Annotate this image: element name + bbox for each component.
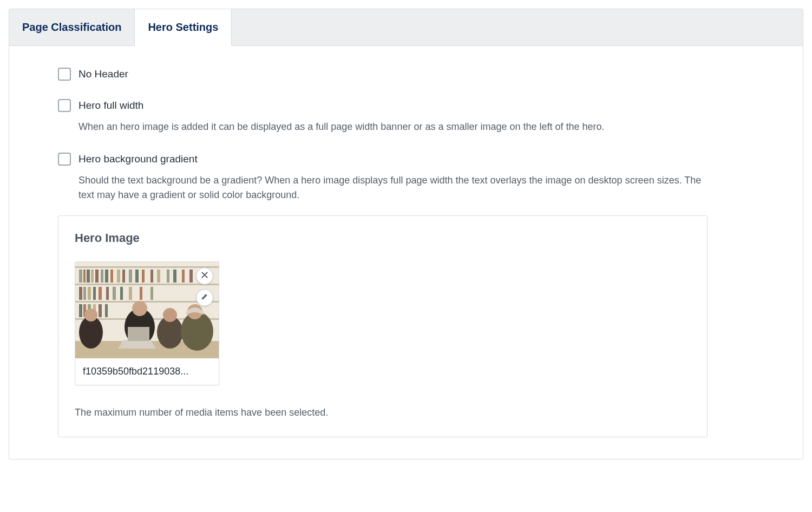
svg-rect-28 bbox=[99, 287, 102, 300]
svg-rect-11 bbox=[105, 270, 108, 283]
svg-rect-29 bbox=[106, 287, 109, 300]
svg-rect-16 bbox=[135, 270, 139, 283]
svg-rect-6 bbox=[83, 270, 86, 283]
svg-rect-24 bbox=[79, 287, 82, 300]
hero-full-width-checkbox[interactable] bbox=[58, 99, 71, 112]
hero-bg-gradient-help: Should the text background be a gradient… bbox=[78, 173, 717, 202]
no-header-label: No Header bbox=[78, 68, 128, 80]
hero-image-filename: f10359b50fbd2119038... bbox=[75, 358, 219, 385]
close-icon bbox=[200, 271, 209, 281]
tab-page-classification[interactable]: Page Classification bbox=[9, 9, 135, 45]
field-no-header: No Header bbox=[58, 68, 784, 81]
svg-rect-15 bbox=[129, 270, 132, 283]
svg-rect-34 bbox=[150, 287, 153, 300]
pencil-icon bbox=[200, 292, 209, 303]
hero-full-width-label: Hero full width bbox=[78, 100, 143, 111]
svg-rect-21 bbox=[173, 270, 176, 283]
svg-rect-19 bbox=[157, 270, 160, 283]
svg-rect-10 bbox=[101, 270, 103, 283]
hero-image-title: Hero Image bbox=[75, 231, 691, 245]
settings-panel: Page Classification Hero Settings No Hea… bbox=[9, 9, 803, 460]
svg-rect-33 bbox=[140, 287, 142, 300]
svg-rect-30 bbox=[113, 287, 116, 300]
svg-rect-5 bbox=[79, 270, 82, 283]
svg-rect-32 bbox=[129, 287, 132, 300]
svg-rect-8 bbox=[91, 270, 94, 283]
svg-rect-40 bbox=[105, 304, 108, 317]
svg-rect-39 bbox=[99, 304, 102, 317]
svg-rect-7 bbox=[87, 270, 90, 283]
svg-rect-31 bbox=[120, 287, 123, 300]
hero-bg-gradient-checkbox[interactable] bbox=[58, 153, 71, 166]
hero-full-width-help: When an hero image is added it can be di… bbox=[78, 120, 717, 134]
hero-image-section: Hero Image bbox=[58, 215, 708, 437]
no-header-checkbox[interactable] bbox=[58, 68, 71, 81]
remove-image-button[interactable] bbox=[196, 267, 213, 285]
svg-rect-26 bbox=[88, 287, 91, 300]
edit-image-button[interactable] bbox=[196, 289, 213, 306]
svg-rect-17 bbox=[142, 270, 145, 283]
hero-image-item[interactable]: f10359b50fbd2119038... bbox=[75, 261, 219, 385]
field-hero-full-width: Hero full width When an hero image is ad… bbox=[58, 99, 784, 134]
svg-point-47 bbox=[163, 308, 177, 322]
svg-rect-9 bbox=[95, 270, 99, 283]
tab-content: No Header Hero full width When an hero i… bbox=[9, 46, 803, 459]
svg-rect-25 bbox=[83, 287, 86, 300]
tab-bar: Page Classification Hero Settings bbox=[9, 9, 803, 46]
svg-rect-23 bbox=[189, 270, 193, 283]
svg-rect-50 bbox=[128, 327, 149, 341]
hero-bg-gradient-label: Hero background gradient bbox=[78, 153, 198, 165]
svg-rect-12 bbox=[110, 270, 113, 283]
svg-rect-18 bbox=[150, 270, 153, 283]
svg-rect-13 bbox=[117, 270, 120, 283]
svg-rect-22 bbox=[182, 270, 185, 283]
svg-rect-20 bbox=[167, 270, 169, 283]
tab-hero-settings[interactable]: Hero Settings bbox=[135, 9, 232, 46]
svg-point-45 bbox=[132, 301, 147, 316]
field-hero-bg-gradient: Hero background gradient Should the text… bbox=[58, 153, 784, 202]
svg-point-43 bbox=[84, 308, 97, 321]
hero-image-thumbnail bbox=[75, 262, 219, 358]
svg-rect-14 bbox=[122, 270, 125, 283]
svg-rect-35 bbox=[79, 304, 82, 317]
media-max-message: The maximum number of media items have b… bbox=[75, 407, 691, 418]
svg-rect-27 bbox=[93, 287, 96, 300]
